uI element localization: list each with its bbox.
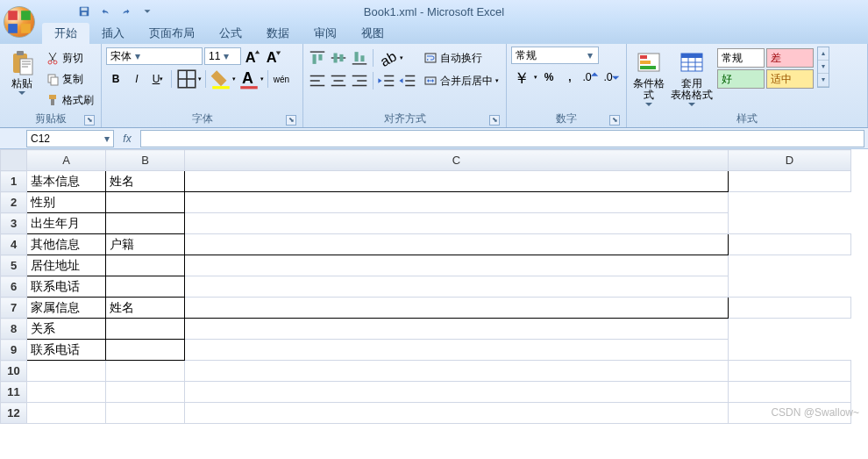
fill-color-icon[interactable]: ▾ bbox=[210, 69, 236, 89]
cell-C1[interactable] bbox=[185, 171, 729, 192]
cell-B12[interactable] bbox=[106, 403, 185, 424]
tab-formulas[interactable]: 公式 bbox=[207, 23, 254, 44]
format-as-table-button[interactable]: 套用 表格格式 bbox=[670, 47, 714, 108]
alignment-launcher[interactable]: ⬊ bbox=[489, 115, 500, 126]
paste-button[interactable]: 粘贴 bbox=[4, 47, 39, 97]
border-icon[interactable]: ▾ bbox=[175, 69, 202, 89]
cell-A12[interactable] bbox=[27, 403, 106, 424]
clipboard-launcher[interactable]: ⬊ bbox=[84, 115, 95, 126]
row-header-1[interactable]: 1 bbox=[1, 171, 27, 192]
bold-icon[interactable]: B bbox=[106, 69, 125, 89]
tab-data[interactable]: 数据 bbox=[254, 23, 302, 44]
row-header-12[interactable]: 12 bbox=[1, 403, 27, 424]
shrink-font-icon[interactable]: A bbox=[264, 47, 283, 66]
cell-C11[interactable] bbox=[185, 382, 729, 403]
cell-B1[interactable]: 姓名 bbox=[106, 171, 185, 192]
copy-button[interactable]: 复制 bbox=[43, 69, 96, 89]
cell-A1[interactable]: 基本信息 bbox=[27, 171, 106, 192]
redo-icon[interactable] bbox=[117, 3, 135, 20]
italic-icon[interactable]: I bbox=[127, 69, 146, 89]
align-bottom-icon[interactable] bbox=[350, 48, 369, 68]
cell-D9[interactable] bbox=[185, 340, 729, 361]
row-header-4[interactable]: 4 bbox=[1, 234, 27, 255]
decrease-decimal-icon[interactable]: .0 bbox=[602, 68, 622, 87]
font-color-icon[interactable]: A▾ bbox=[238, 69, 264, 89]
cell-D1[interactable] bbox=[729, 171, 851, 192]
cell-A4[interactable]: 其他信息 bbox=[27, 234, 106, 255]
row-header-5[interactable]: 5 bbox=[1, 255, 27, 276]
save-icon[interactable] bbox=[75, 3, 93, 20]
col-header-A[interactable]: A bbox=[27, 150, 106, 171]
fx-button[interactable]: fx bbox=[119, 131, 135, 147]
cell-B2[interactable]: 性别 bbox=[27, 192, 106, 213]
tab-pagelayout[interactable]: 页面布局 bbox=[137, 23, 207, 44]
cell-A11[interactable] bbox=[27, 382, 106, 403]
cell-B4[interactable]: 户籍 bbox=[106, 234, 185, 255]
format-painter-button[interactable]: 格式刷 bbox=[43, 90, 96, 110]
tab-view[interactable]: 视图 bbox=[349, 23, 396, 44]
phonetic-icon[interactable]: wén bbox=[272, 69, 291, 89]
cell-D3[interactable] bbox=[185, 213, 729, 234]
style-good[interactable]: 好 bbox=[717, 69, 765, 89]
cell-B11[interactable] bbox=[106, 382, 185, 403]
col-header-D[interactable]: D bbox=[729, 150, 851, 171]
undo-icon[interactable] bbox=[96, 3, 114, 20]
style-normal[interactable]: 常规 bbox=[717, 48, 765, 68]
office-button[interactable] bbox=[4, 6, 35, 38]
row-header-8[interactable]: 8 bbox=[1, 319, 27, 340]
style-gallery-scroll[interactable]: ▴▾▾ bbox=[817, 47, 829, 88]
row-header-6[interactable]: 6 bbox=[1, 276, 27, 298]
row-header-9[interactable]: 9 bbox=[1, 340, 27, 361]
currency-icon[interactable]: ￥▾ bbox=[511, 68, 537, 87]
number-format-combo[interactable]: 常规▾ bbox=[511, 47, 599, 64]
cell-C3[interactable] bbox=[106, 213, 185, 234]
increase-decimal-icon[interactable]: .0 bbox=[581, 68, 601, 87]
font-name-combo[interactable]: 宋体▾ bbox=[106, 47, 203, 65]
merge-center-button[interactable]: 合并后居中▾ bbox=[421, 71, 502, 90]
col-header-B[interactable]: B bbox=[106, 150, 185, 171]
cell-D6[interactable] bbox=[185, 276, 729, 298]
row-header-11[interactable]: 11 bbox=[1, 382, 27, 403]
align-right-icon[interactable] bbox=[350, 71, 369, 90]
row-header-3[interactable]: 3 bbox=[1, 213, 27, 234]
underline-icon[interactable]: U▾ bbox=[148, 69, 167, 89]
cell-B8[interactable]: 关系 bbox=[27, 319, 106, 340]
orientation-icon[interactable]: ab▾ bbox=[377, 48, 403, 68]
cell-D8[interactable] bbox=[185, 319, 729, 340]
cut-button[interactable]: 剪切 bbox=[43, 48, 96, 68]
row-header-10[interactable]: 10 bbox=[1, 361, 27, 382]
cell-B9[interactable]: 联系电话 bbox=[27, 340, 106, 361]
percent-icon[interactable]: % bbox=[539, 68, 559, 87]
cell-D7[interactable] bbox=[729, 298, 851, 319]
font-size-combo[interactable]: 11▾ bbox=[204, 47, 241, 65]
wrap-text-button[interactable]: 自动换行 bbox=[421, 48, 502, 68]
worksheet-grid[interactable]: ABCD1基本信息姓名2性别3出生年月4其他信息户籍5居住地址6联系电话7家属信… bbox=[0, 149, 868, 424]
align-middle-icon[interactable] bbox=[329, 48, 348, 68]
indent-decrease-icon[interactable] bbox=[377, 71, 396, 90]
tab-home[interactable]: 开始 bbox=[42, 23, 89, 44]
cell-C5[interactable] bbox=[106, 255, 185, 276]
align-left-icon[interactable] bbox=[308, 71, 327, 90]
cell-C12[interactable] bbox=[185, 403, 729, 424]
cell-D11[interactable] bbox=[729, 382, 851, 403]
style-neutral[interactable]: 适中 bbox=[766, 69, 814, 89]
row-header-7[interactable]: 7 bbox=[1, 298, 27, 319]
row-header-2[interactable]: 2 bbox=[1, 192, 27, 213]
cell-B3[interactable]: 出生年月 bbox=[27, 213, 106, 234]
align-center-icon[interactable] bbox=[329, 71, 348, 90]
cell-C9[interactable] bbox=[106, 340, 185, 361]
indent-increase-icon[interactable] bbox=[398, 71, 417, 90]
cell-A10[interactable] bbox=[27, 361, 106, 382]
comma-icon[interactable]: , bbox=[560, 68, 580, 87]
cell-D2[interactable] bbox=[185, 192, 729, 213]
formula-input[interactable] bbox=[140, 130, 864, 147]
font-launcher[interactable]: ⬊ bbox=[286, 115, 296, 126]
cell-C10[interactable] bbox=[185, 361, 729, 382]
cell-B6[interactable]: 联系电话 bbox=[27, 276, 106, 298]
cell-D4[interactable] bbox=[729, 234, 851, 255]
cell-D10[interactable] bbox=[729, 361, 851, 382]
cell-B5[interactable]: 居住地址 bbox=[27, 255, 106, 276]
cell-B7[interactable]: 姓名 bbox=[106, 298, 185, 319]
name-box[interactable]: C12▾ bbox=[26, 130, 114, 147]
col-header-C[interactable]: C bbox=[185, 150, 729, 171]
